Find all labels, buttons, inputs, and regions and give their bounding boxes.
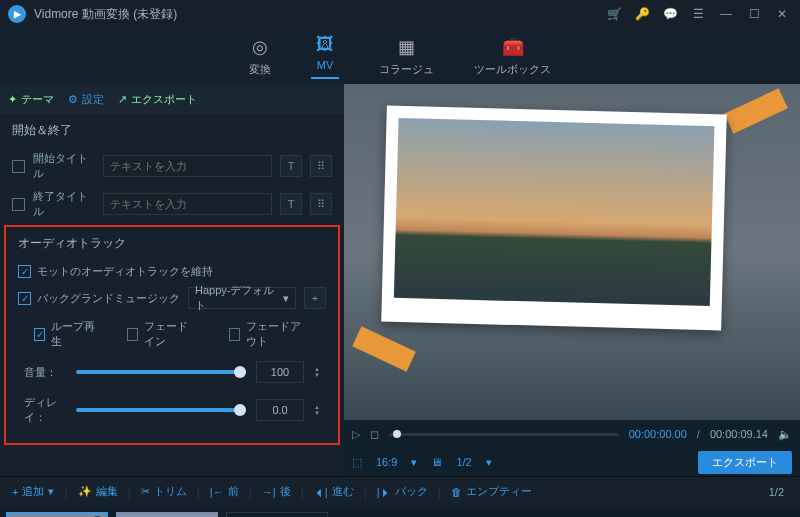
chevron-down-icon: ▾ — [283, 292, 289, 305]
chevron-down-icon: ▾ — [486, 456, 492, 469]
volume-icon[interactable]: 🔈 — [778, 428, 792, 441]
tab-theme[interactable]: ✦テーマ — [8, 92, 54, 107]
skip-forward-icon: →| — [262, 486, 276, 498]
fadein-checkbox[interactable]: フェードイン — [127, 319, 199, 349]
collage-icon: ▦ — [398, 36, 415, 58]
close-button[interactable]: ✕ — [772, 7, 792, 21]
loop-checkbox[interactable]: ✓ループ再生 — [34, 319, 97, 349]
edit-button[interactable]: ✨編集 — [72, 484, 124, 499]
add-button[interactable]: +追加▾ — [6, 484, 60, 499]
end-title-input[interactable] — [103, 193, 272, 215]
step-forward-icon: |⏵ — [377, 486, 391, 498]
forward-button[interactable]: ⏴|進む — [308, 484, 360, 499]
progress-bar[interactable] — [389, 433, 619, 436]
trim-button[interactable]: ✂トリム — [135, 484, 193, 499]
nav-toolbox[interactable]: 🧰 ツールボックス — [474, 36, 551, 77]
plus-icon: + — [12, 486, 18, 498]
preview-page[interactable]: 1/2 — [456, 456, 471, 468]
volume-value[interactable]: 100 — [256, 361, 304, 383]
key-icon[interactable]: 🔑 — [632, 7, 652, 21]
start-title-style-button[interactable]: ⠿ — [310, 155, 332, 177]
after-button[interactable]: →|後 — [256, 484, 297, 499]
tab-settings[interactable]: ⚙設定 — [68, 92, 104, 107]
aspect-icon: ⬚ — [352, 456, 362, 469]
preview-canvas — [344, 84, 800, 420]
bg-music-select[interactable]: Happy-デフォルト▾ — [188, 287, 296, 309]
play-button[interactable]: ▷ — [352, 428, 360, 441]
skip-back-icon: |← — [210, 486, 224, 498]
screen-icon: 🖥 — [431, 456, 442, 468]
keep-original-audio-checkbox[interactable]: ✓モットのオーディオトラックを維持 — [18, 264, 213, 279]
chevron-down-icon: ▾ — [411, 456, 417, 469]
volume-label: 音量： — [24, 365, 66, 380]
menu-icon[interactable]: ☰ — [688, 7, 708, 21]
end-title-label: 終了タイトル — [33, 189, 95, 219]
bg-music-checkbox[interactable]: ✓バックグランドミュージック — [18, 291, 180, 306]
mv-icon: 🖼 — [316, 34, 334, 55]
stop-button[interactable]: ◻ — [370, 428, 379, 441]
clip-thumbnail[interactable] — [116, 512, 218, 517]
delay-slider[interactable] — [76, 408, 246, 412]
end-title-checkbox[interactable] — [12, 198, 25, 211]
nav-collage[interactable]: ▦ コラージュ — [379, 36, 434, 77]
before-button[interactable]: |←前 — [204, 484, 245, 499]
star-icon: ✦ — [8, 93, 17, 106]
export-icon: ↗ — [118, 93, 127, 106]
add-music-button[interactable]: + — [304, 287, 326, 309]
maximize-button[interactable]: ☐ — [744, 7, 764, 21]
chevron-down-icon: ▾ — [48, 485, 54, 498]
back-button[interactable]: |⏵バック — [371, 484, 434, 499]
window-title: Vidmore 動画変換 (未登録) — [34, 6, 177, 23]
export-button[interactable]: エクスポート — [698, 451, 792, 474]
cart-icon[interactable]: 🛒 — [604, 7, 624, 21]
toolbox-icon: 🧰 — [502, 36, 524, 58]
end-title-style-button[interactable]: ⠿ — [310, 193, 332, 215]
start-title-font-button[interactable]: T — [280, 155, 302, 177]
end-title-font-button[interactable]: T — [280, 193, 302, 215]
empty-button[interactable]: 🗑エンプティー — [445, 484, 538, 499]
minimize-button[interactable]: — — [716, 7, 736, 21]
trash-icon: 🗑 — [451, 486, 462, 498]
step-back-icon: ⏴| — [314, 486, 328, 498]
clip-thumbnail[interactable]: ⬚ 00:00:01 ✕ ▷ 🔇 ✨ ✂ — [6, 512, 108, 517]
volume-slider[interactable] — [76, 370, 246, 374]
tab-export[interactable]: ↗エクスポート — [118, 92, 197, 107]
aspect-ratio-select[interactable]: 16:9 — [376, 456, 397, 468]
tape-decoration — [724, 88, 788, 133]
nav-convert[interactable]: ◎ 変換 — [249, 36, 271, 77]
start-title-label: 開始タイトル — [33, 151, 95, 181]
nav-mv[interactable]: 🖼 MV — [311, 34, 339, 79]
start-title-input[interactable] — [103, 155, 272, 177]
polaroid-frame — [381, 106, 727, 331]
tape-decoration — [352, 326, 416, 371]
wand-icon: ✨ — [78, 485, 92, 498]
start-title-checkbox[interactable] — [12, 160, 25, 173]
scissors-icon: ✂ — [141, 485, 150, 498]
volume-stepper[interactable]: ▲▼ — [314, 366, 320, 378]
delay-label: ディレイ： — [24, 395, 66, 425]
delay-stepper[interactable]: ▲▼ — [314, 404, 320, 416]
section-start-end: 開始＆終了 — [0, 114, 344, 147]
fadeout-checkbox[interactable]: フェードアウト — [229, 319, 310, 349]
delay-value[interactable]: 0.0 — [256, 399, 304, 421]
time-current: 00:00:00.00 — [629, 428, 687, 440]
add-clip-button[interactable]: + — [226, 512, 328, 517]
section-audio-track: オーディオトラック — [6, 227, 338, 260]
feedback-icon[interactable]: 💬 — [660, 7, 680, 21]
app-logo-icon: ▶ — [8, 5, 26, 23]
gear-icon: ⚙ — [68, 93, 78, 106]
convert-icon: ◎ — [252, 36, 268, 58]
timeline-page: 1/2 — [769, 486, 794, 498]
time-total: 00:00:09.14 — [710, 428, 768, 440]
